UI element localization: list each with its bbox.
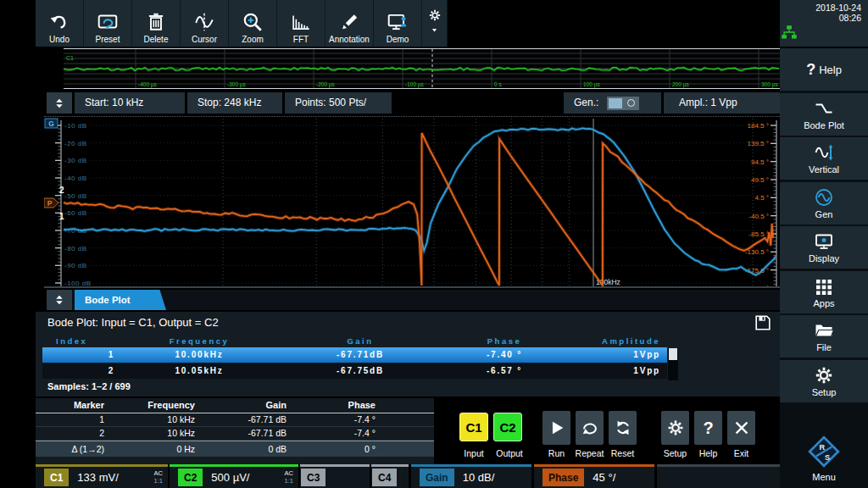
- menu-label: Menu: [812, 472, 836, 482]
- sidebar-item-label: Apps: [813, 298, 834, 308]
- exit-label: Exit: [722, 448, 760, 458]
- bode-plot-icon: [814, 98, 834, 119]
- run-icon: [548, 419, 566, 437]
- bode-plot-area[interactable]: 100kHz-10 dB-20 dB-30 dB-40 dB-50 dB-60 …: [44, 116, 780, 288]
- channel-c2-scale: 500 µV/: [211, 471, 249, 484]
- phase-scale-tab[interactable]: Phase 45 °/: [534, 464, 654, 488]
- sidebar-item-setup[interactable]: Setup: [780, 360, 868, 402]
- sidebar-item-help[interactable]: ?Help: [780, 48, 868, 91]
- svg-text:P: P: [47, 199, 53, 208]
- results-row[interactable]: 210.05kHz-67.75dB-6.57 °1Vpp: [42, 363, 667, 379]
- marker-table: MarkerFrequencyGainPhase 110 kHz-67.71 d…: [36, 398, 434, 464]
- toolbar-button-undo[interactable]: Undo: [36, 0, 84, 47]
- marker-row: 110 kHz-67.71 dB-7.4 °: [36, 413, 434, 427]
- gain-scale-tab[interactable]: Gain 10 dB/: [411, 464, 531, 488]
- results-scrollbar[interactable]: [668, 348, 678, 380]
- points-field[interactable]: Points: 500 Pts/: [285, 92, 392, 114]
- svg-text:-10 dB: -10 dB: [64, 122, 87, 130]
- toggle-on-half: [609, 98, 622, 108]
- svg-text:S: S: [825, 453, 830, 462]
- stop-frequency-field[interactable]: Stop: 248 kHz: [187, 92, 282, 114]
- marker-table-body: 110 kHz-67.71 dB-7.4 °210 kHz-67.71 dB-7…: [36, 413, 434, 457]
- toolbar: UndoPresetDeleteCursorZoomFFTAnnotationD…: [36, 0, 448, 47]
- sidebar-item-bode-plot[interactable]: Bode Plot: [780, 93, 868, 136]
- toolbar-button-annotation[interactable]: Annotation: [326, 0, 374, 47]
- results-table-header: IndexFrequencyGainPhaseAmplitude: [42, 335, 667, 347]
- results-table: IndexFrequencyGainPhaseAmplitude 110.00k…: [42, 335, 667, 380]
- settings-collapse-button[interactable]: [47, 92, 72, 114]
- svg-text:100 µs: 100 µs: [583, 81, 600, 88]
- sidebar-item-display[interactable]: Display: [780, 226, 868, 269]
- zoom-icon: [242, 11, 264, 33]
- toolbar-button-delete[interactable]: Delete: [132, 0, 181, 47]
- toolbar-settings-button[interactable]: [422, 0, 448, 47]
- reset-button[interactable]: [609, 411, 637, 445]
- datetime-panel: 2018-10-24 08:26: [780, 0, 868, 47]
- sidebar-item-file[interactable]: File: [780, 315, 868, 358]
- repeat-button[interactable]: [576, 411, 604, 445]
- toolbar-button-demo[interactable]: Demo: [374, 0, 422, 47]
- results-scrollbar-thumb[interactable]: [669, 348, 677, 360]
- results-panel: Bode Plot: Input = C1, Output = C2 Index…: [36, 312, 780, 396]
- run-button[interactable]: [542, 411, 570, 445]
- gear-icon: [428, 8, 442, 22]
- demo-icon: [387, 11, 409, 33]
- svg-text:-220.5 °: -220.5 °: [745, 285, 769, 286]
- fft-icon: [290, 11, 312, 33]
- delete-icon: [145, 11, 167, 33]
- oscilloscope-screen: UndoPresetDeleteCursorZoomFFTAnnotationD…: [0, 0, 868, 488]
- channel-c2-coupling: AC 1:1: [285, 470, 293, 485]
- results-cell: 1: [42, 347, 119, 363]
- sidebar-item-apps[interactable]: Apps: [780, 271, 868, 313]
- question-mark-icon: ?: [703, 419, 713, 438]
- scope-waveform-strip[interactable]: -400 µs-300 µs-200 µs-100 µs0 s100 µs200…: [64, 48, 780, 89]
- preset-icon: [97, 11, 119, 33]
- results-column-header: Index: [42, 335, 119, 347]
- toolbar-button-fft[interactable]: FFT: [277, 0, 326, 47]
- channel-c3-tab[interactable]: C3: [300, 464, 370, 488]
- file-icon: [814, 320, 834, 341]
- help-button[interactable]: ?: [694, 411, 722, 445]
- channel-c4-badge: C4: [372, 469, 397, 486]
- results-column-header: Gain: [280, 335, 441, 347]
- generator-toggle[interactable]: [607, 97, 639, 110]
- bode-plot-canvas: 100kHz-10 dB-20 dB-30 dB-40 dB-50 dB-60 …: [44, 117, 780, 286]
- amplitude-field[interactable]: Ampl.: 1 Vpp: [664, 92, 780, 114]
- input-channel-button[interactable]: C1: [459, 413, 488, 441]
- svg-text:-100 µs: -100 µs: [405, 81, 425, 88]
- toolbar-button-preset[interactable]: Preset: [84, 0, 132, 47]
- channel-c2-badge: C2: [178, 469, 203, 486]
- vertical-icon: [814, 142, 834, 163]
- setup-button[interactable]: [661, 411, 689, 445]
- date-label: 2018-10-24: [780, 3, 861, 13]
- tab-collapse-button[interactable]: [47, 290, 72, 310]
- marker-cell: 1: [36, 413, 116, 426]
- toolbar-button-zoom[interactable]: Zoom: [229, 0, 277, 47]
- marker-cell: Δ (1→2): [36, 441, 116, 457]
- start-frequency-field[interactable]: Start: 10 kHz: [75, 92, 185, 114]
- cursor-icon: [193, 11, 215, 33]
- sidebar-item-menu[interactable]: RSMenu: [780, 427, 868, 488]
- svg-text:-60 dB: -60 dB: [64, 209, 87, 217]
- toolbar-button-cursor[interactable]: Cursor: [181, 0, 229, 47]
- output-channel-button[interactable]: C2: [493, 413, 522, 441]
- svg-text:-100 dB: -100 dB: [64, 280, 92, 286]
- save-button[interactable]: [753, 313, 773, 332]
- sidebar-item-gen[interactable]: Gen: [780, 182, 868, 225]
- apps-icon: [814, 276, 834, 297]
- sidebar: ?HelpBode PlotVerticalGenDisplayAppsFile…: [780, 48, 868, 488]
- toolbar-button-label: Cursor: [192, 35, 217, 44]
- sidebar-item-vertical[interactable]: Vertical: [780, 137, 868, 180]
- gen-icon: [814, 187, 834, 208]
- channel-c4-tab[interactable]: C4: [371, 464, 409, 488]
- channel-c2-tab[interactable]: C2 500 µV/ AC 1:1: [170, 464, 298, 488]
- results-row[interactable]: 110.00kHz-67.71dB-7.40 °1Vpp: [42, 347, 667, 363]
- marker-cell: 0 Hz: [116, 441, 207, 457]
- exit-button[interactable]: [727, 411, 755, 445]
- channel-c1-tab[interactable]: C1 133 mV/ AC 1:1: [36, 464, 168, 488]
- marker-column-header: Frequency: [116, 398, 207, 413]
- time-label: 08:26: [780, 13, 861, 23]
- generator-toggle-field[interactable]: Gen.:: [564, 92, 661, 114]
- channel-c1-badge: C1: [44, 469, 69, 486]
- tab-bode-plot[interactable]: Bode Plot: [75, 290, 166, 310]
